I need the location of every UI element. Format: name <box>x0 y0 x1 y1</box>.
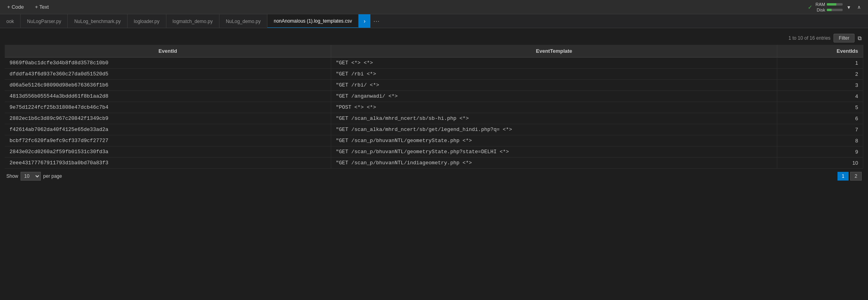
tab-logloader[interactable]: logloader.py <box>128 14 166 28</box>
disk-progress-bar <box>827 9 843 11</box>
per-page-select[interactable]: 10 25 50 100 <box>21 172 41 181</box>
header-row: EventId EventTemplate EventIds <box>5 45 863 58</box>
tab-overflow-button[interactable]: ⋯ <box>370 14 382 28</box>
table-row: 2843e02cd0260a2f59fb01531c30fd3a "GET /s… <box>5 146 863 158</box>
table-header: EventId EventTemplate EventIds <box>5 45 863 58</box>
tab-nulog-demo[interactable]: NuLog_demo.py <box>219 14 267 28</box>
header-eventtemplate: EventTemplate <box>331 45 777 58</box>
cell-eventids: 10 <box>777 158 863 169</box>
cell-eventids: 3 <box>777 80 863 91</box>
pagination-right: 1 2 <box>837 172 862 181</box>
cell-eventid: 2843e02cd0260a2f59fb01531c30fd3a <box>5 146 331 158</box>
table-row: 2eee43177767911793d1ba0bd70a83f3 "GET /s… <box>5 158 863 169</box>
cell-eventtemplate: "GET /scan_p/bhuvanNTL/geometryState.php… <box>331 135 777 146</box>
cell-eventids: 1 <box>777 58 863 69</box>
table-body: 9869f0abc1dcfe3d4b8fd8d3578c10b0 "GET <*… <box>5 58 863 169</box>
cell-eventid: 2882ec1b6c3d89c967c20842f1349cb9 <box>5 113 331 124</box>
add-code-button[interactable]: + Code <box>5 2 26 12</box>
table-row: 4813d556b055544a3bddd61f8b1aa2d8 "GET /a… <box>5 91 863 102</box>
ram-progress-fill <box>827 3 836 6</box>
table-row: 2882ec1b6c3d89c967c20842f1349cb9 "GET /s… <box>5 113 863 124</box>
chevron-down-button[interactable]: ▾ <box>846 3 852 11</box>
cell-eventtemplate: "GET /rbi <*> <box>331 69 777 80</box>
page-2-button[interactable]: 2 <box>850 172 862 181</box>
ram-row: RAM <box>816 2 843 7</box>
cell-eventtemplate: "GET /anganwadi/ <*> <box>331 91 777 102</box>
header-eventids: EventIds <box>777 45 863 58</box>
table-row: bcbf72fc620fa9efc9cf337d9cf27727 "GET /s… <box>5 135 863 146</box>
cell-eventids: 4 <box>777 91 863 102</box>
cell-eventtemplate: "GET /rbi/ <*> <box>331 80 777 91</box>
filter-bar: 1 to 10 of 16 entries Filter ⧉ <box>5 31 863 45</box>
tab-more-button[interactable]: › <box>359 14 370 28</box>
table-row: f42614ab7062da40f4125e65de33ad2a "GET /s… <box>5 124 863 135</box>
cell-eventids: 2 <box>777 69 863 80</box>
cell-eventid: 4813d556b055544a3bddd61f8b1aa2d8 <box>5 91 331 102</box>
copy-icon-button[interactable]: ⧉ <box>858 35 862 42</box>
table-row: d06a5e5126c98090d98eb6763636f1b6 "GET /r… <box>5 80 863 91</box>
cell-eventid: dfddfa43f6d937e360c27da0d51520d5 <box>5 69 331 80</box>
cell-eventtemplate: "GET /scan_alka/mhrd_ncert/sb/sb-hi.php … <box>331 113 777 124</box>
cell-eventids: 9 <box>777 146 863 158</box>
ram-label: RAM <box>816 2 825 7</box>
main-content: 1 to 10 of 16 entries Filter ⧉ EventId E… <box>0 28 868 187</box>
cell-eventids: 5 <box>777 102 863 113</box>
show-label: Show <box>6 173 18 179</box>
cell-eventid: f42614ab7062da40f4125e65de33ad2a <box>5 124 331 135</box>
check-icon: ✓ <box>808 4 813 10</box>
cell-eventtemplate: "GET /scan_p/bhuvanNTL/indiageometry.php… <box>331 158 777 169</box>
tabbar: ook NuLogParser.py NuLog_benchmark.py lo… <box>0 14 868 28</box>
cell-eventtemplate: "GET <*> <*> <box>331 58 777 69</box>
cell-eventids: 8 <box>777 135 863 146</box>
tab-nulog-benchmark[interactable]: NuLog_benchmark.py <box>68 14 127 28</box>
data-table: EventId EventTemplate EventIds 9869f0abc… <box>5 45 863 169</box>
table-row: 9e75d1224fcf25b31808e47dcb46c7b4 "POST <… <box>5 102 863 113</box>
cell-eventtemplate: "GET /scan_alka/mhrd_ncert/sb/get/legend… <box>331 124 777 135</box>
disk-row: Disk <box>817 8 843 12</box>
cell-eventids: 7 <box>777 124 863 135</box>
table-row: 9869f0abc1dcfe3d4b8fd8d3578c10b0 "GET <*… <box>5 58 863 69</box>
toolbar: + Code + Text ✓ RAM Disk ▾ ∧ <box>0 0 868 14</box>
entries-info: 1 to 10 of 16 entries <box>788 35 830 41</box>
cell-eventtemplate: "GET /scan_p/bhuvanNTL/geometryState.php… <box>331 146 777 158</box>
pagination-bar: Show 10 25 50 100 per page 1 2 <box>5 169 863 184</box>
tab-nulogparser[interactable]: NuLogParser.py <box>21 14 68 28</box>
cell-eventid: bcbf72fc620fa9efc9cf337d9cf27727 <box>5 135 331 146</box>
collapse-button[interactable]: ∧ <box>855 4 863 11</box>
cell-eventid: 9e75d1224fcf25b31808e47dcb46c7b4 <box>5 102 331 113</box>
table-row: dfddfa43f6d937e360c27da0d51520d5 "GET /r… <box>5 69 863 80</box>
tab-ook[interactable]: ook <box>0 14 21 28</box>
disk-label: Disk <box>817 8 825 12</box>
per-page-left: Show 10 25 50 100 per page <box>6 172 62 181</box>
disk-progress-fill <box>827 9 832 11</box>
cell-eventtemplate: "POST <*> <*> <box>331 102 777 113</box>
cell-eventids: 6 <box>777 113 863 124</box>
header-eventid: EventId <box>5 45 331 58</box>
cell-eventid: 9869f0abc1dcfe3d4b8fd8d3578c10b0 <box>5 58 331 69</box>
cell-eventid: 2eee43177767911793d1ba0bd70a83f3 <box>5 158 331 169</box>
tab-nonanomalous[interactable]: nonAnomalous (1).log_templates.csv <box>267 14 359 28</box>
add-text-button[interactable]: + Text <box>32 2 51 12</box>
per-page-suffix: per page <box>43 173 62 179</box>
ram-progress-bar <box>827 3 843 6</box>
filter-button[interactable]: Filter <box>834 34 855 42</box>
page-1-button[interactable]: 1 <box>837 172 849 181</box>
ram-disk-container: RAM Disk <box>816 2 843 12</box>
tab-logmatch-demo[interactable]: logmatch_demo.py <box>166 14 219 28</box>
toolbar-right: ✓ RAM Disk ▾ ∧ <box>808 2 863 12</box>
cell-eventid: d06a5e5126c98090d98eb6763636f1b6 <box>5 80 331 91</box>
